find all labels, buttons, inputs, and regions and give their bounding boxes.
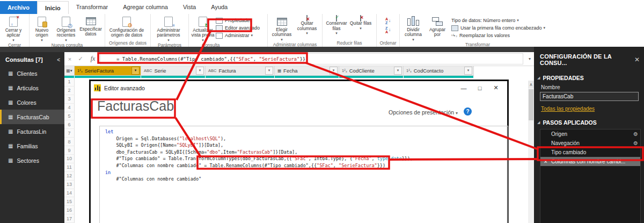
tab-agregar-columna[interactable]: Agregar columna — [115, 0, 175, 14]
column-header-label: Fecha — [283, 68, 330, 74]
enter-data-icon — [86, 17, 96, 25]
sort-ascending-icon[interactable]: AZ↓ — [385, 17, 391, 25]
select-all-icon[interactable]: ▦▾ — [64, 66, 75, 76]
advanced-editor-button[interactable]: Editor avanzado — [216, 24, 260, 32]
data-source-settings-button[interactable]: ⚙ Configuración de origen de datos — [106, 15, 147, 38]
tab-vista[interactable]: Vista — [175, 0, 203, 14]
column-header-codcontacto[interactable]: 1²₃CodContacto▾ — [404, 66, 474, 76]
query-name-input[interactable]: FacturasCab — [540, 92, 639, 101]
applied-step-columnas-con-nombre-cambi-[interactable]: ✕Columnas con nombre cambi... — [540, 157, 640, 166]
m-code-editor[interactable]: let Origen = Sql.Databases("localhost\SQ… — [99, 126, 508, 223]
tab-archivo[interactable]: Archivo — [0, 1, 37, 14]
column-header-factura[interactable]: ABCFactura▾ — [206, 66, 275, 76]
close-apply-button[interactable]: ×↑ Cerrar y aplicar▾ — [1, 15, 26, 42]
settings-close-icon[interactable]: ✕ — [634, 56, 640, 63]
tab-ayuda[interactable]: Ayuda — [203, 0, 235, 14]
group-by-button[interactable]: Agrupar por — [426, 15, 449, 38]
applied-step-navegaci-n[interactable]: Navegación⚙ — [540, 139, 640, 148]
manage-parameters-button[interactable]: ≡ Administrar parámetros▾ — [152, 15, 185, 42]
keep-rows-button[interactable]: ✓ Conservar filas▾ — [324, 15, 349, 35]
column-quality-bar — [64, 76, 528, 78]
row-number[interactable]: 5 — [64, 112, 75, 121]
row-number[interactable]: 2 — [64, 87, 75, 95]
grid-vertical-scrollbar[interactable]: ∧ — [528, 81, 534, 223]
applied-steps-section-header[interactable]: ◢PASOS APLICADOS — [534, 116, 644, 128]
enter-data-button[interactable]: Especificar datos — [79, 15, 103, 37]
formula-input[interactable]: = Table.RenameColumns(#"Tipo cambiado",{… — [100, 53, 523, 64]
query-item-colores[interactable]: ▦Colores — [0, 95, 64, 110]
query-item-facturaslin[interactable]: ▦FacturasLin — [0, 124, 64, 139]
row-number[interactable]: 6 — [64, 120, 75, 129]
first-row-headers-label: Usar la primera fila como encabezado — [460, 25, 542, 31]
row-number[interactable]: 3 — [64, 95, 75, 104]
applied-step-origen[interactable]: Origen⚙ — [540, 130, 640, 139]
row-number[interactable]: 8 — [64, 138, 75, 146]
all-properties-link[interactable]: Todas las propiedades — [534, 101, 644, 116]
query-item-familias[interactable]: ▦Familias — [0, 139, 64, 153]
dialog-help-icon[interactable]: ? — [464, 107, 472, 116]
row-number[interactable]: 16 — [64, 206, 75, 214]
column-header-seriefactura[interactable]: 1²₃SerieFactura▾ — [75, 66, 141, 76]
tab-transformar[interactable]: Transformar — [69, 0, 116, 14]
collapse-triangle-icon: ◢ — [537, 76, 540, 80]
column-filter-icon[interactable]: ▾ — [464, 67, 472, 75]
cancel-formula-icon[interactable]: × — [64, 56, 75, 62]
refresh-preview-button[interactable]: ↻ Actualizar vista previa▾ — [190, 15, 216, 42]
row-number[interactable]: 1 — [64, 78, 75, 87]
minimize-icon[interactable]: — — [456, 85, 472, 91]
properties-section-header[interactable]: ◢PROPIEDADES — [534, 71, 644, 83]
applied-step-tipo-cambiado[interactable]: Tipo cambiado — [540, 148, 640, 157]
manage-button[interactable]: Administrar▾ — [216, 32, 260, 39]
first-row-headers-button[interactable]: Usar la primera fila como encabezado▾ — [451, 24, 545, 32]
scroll-up-icon[interactable]: ∧ — [528, 81, 534, 88]
query-item-label: Colores — [17, 99, 36, 106]
confirm-formula-icon[interactable]: ✓ — [75, 55, 86, 62]
column-header-label: Factura — [218, 68, 265, 74]
query-item-sectores[interactable]: ▦Sectores — [0, 153, 64, 168]
column-header-codcliente[interactable]: 1²₃CodCliente▾ — [339, 66, 404, 76]
formula-expand-icon[interactable]: ▾ — [525, 56, 534, 61]
column-filter-icon[interactable]: ▾ — [131, 67, 140, 75]
close-icon[interactable]: ✕ — [488, 84, 504, 91]
data-type-button[interactable]: Tipo de datos: Número entero▾ — [451, 17, 545, 24]
row-number[interactable]: 4 — [64, 104, 75, 112]
group-label-consulta: Consulta — [190, 42, 266, 49]
recent-sources-button[interactable]: ◷ Orígenes recientes▾ — [53, 15, 79, 42]
row-number[interactable]: 11 — [64, 163, 75, 172]
step-settings-gear-icon[interactable]: ⚙ — [633, 131, 638, 137]
row-number[interactable]: 15 — [64, 197, 75, 206]
new-source-button[interactable]: Nuevo origen▾ — [31, 15, 53, 42]
query-item-facturascab[interactable]: ▦FacturasCab — [0, 110, 64, 124]
maximize-icon[interactable]: □ — [472, 85, 488, 91]
row-number[interactable]: 10 — [64, 155, 75, 163]
tab-inicio[interactable]: Inicio — [37, 1, 69, 14]
scrollbar-thumb[interactable] — [529, 89, 533, 120]
remove-rows-button[interactable]: × Quitar filas▾ — [349, 15, 372, 30]
split-column-button[interactable]: Dividir columna▾ — [401, 15, 426, 41]
delete-step-icon[interactable]: ✕ — [544, 159, 551, 164]
row-number[interactable]: 17 — [64, 214, 75, 223]
step-settings-gear-icon[interactable]: ⚙ — [633, 140, 638, 146]
replace-values-button[interactable]: ¹↳₂Reemplazar los valores — [451, 32, 545, 39]
collapse-pane-icon[interactable]: < — [57, 57, 60, 63]
properties-button[interactable]: Propiedades — [216, 17, 260, 24]
quality-bar-segment — [404, 76, 474, 78]
column-header-fecha[interactable]: ▦Fecha▾ — [275, 66, 339, 76]
column-filter-icon[interactable]: ▾ — [265, 67, 273, 75]
column-filter-icon[interactable]: ▾ — [394, 67, 402, 75]
row-number[interactable]: 12 — [64, 172, 75, 181]
sort-descending-icon[interactable]: ZA↓ — [385, 26, 391, 34]
query-item-articulos[interactable]: ▦Articulos — [0, 81, 64, 95]
row-number[interactable]: 7 — [64, 129, 75, 138]
query-item-clientes[interactable]: ▦Clientes — [0, 66, 64, 81]
display-options-dropdown[interactable]: Opciones de presentación ▾ — [389, 109, 458, 116]
row-number[interactable]: 14 — [64, 189, 75, 198]
column-filter-icon[interactable]: ▾ — [196, 67, 204, 75]
keep-rows-icon: ✓ — [336, 16, 337, 21]
row-number[interactable]: 9 — [64, 146, 75, 155]
remove-columns-button[interactable]: × Quitar columnas▾ — [295, 15, 319, 35]
choose-columns-button[interactable]: Elegir columnas▾ — [269, 15, 295, 41]
column-header-serie[interactable]: ABCSerie▾ — [141, 66, 206, 76]
column-filter-icon[interactable]: ▾ — [330, 67, 338, 75]
row-number[interactable]: 13 — [64, 181, 75, 189]
